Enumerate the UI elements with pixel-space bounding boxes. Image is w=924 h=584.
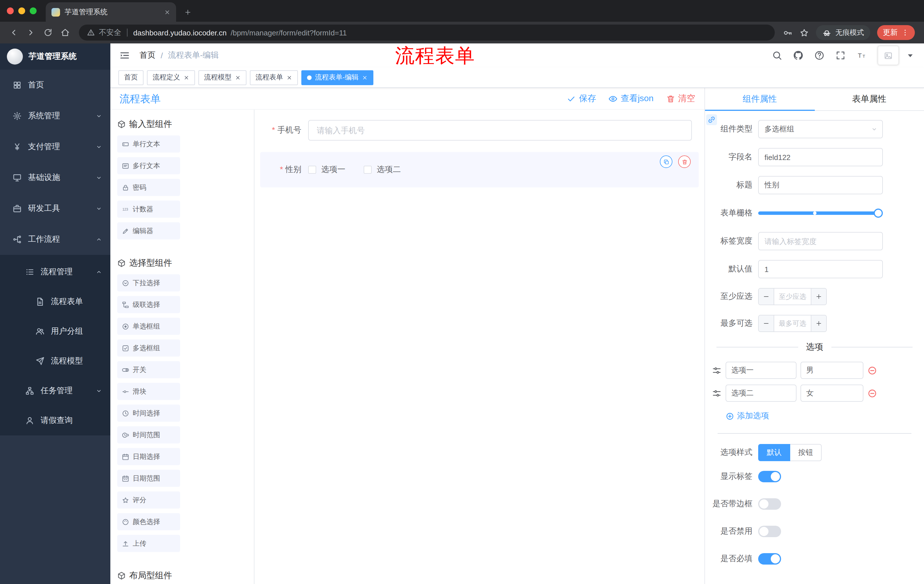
close-icon[interactable] — [235, 74, 241, 80]
palette-item-select[interactable]: 下拉选择 — [117, 274, 180, 291]
security-warning-icon[interactable] — [87, 29, 95, 36]
browser-menu-icon[interactable] — [901, 29, 909, 36]
sidebar-item-payment[interactable]: 支付管理 — [0, 132, 111, 162]
palette-item-upload[interactable]: 上传 — [117, 535, 180, 552]
palette-item-date-range[interactable]: 日期范围 — [117, 470, 180, 487]
canvas-field-gender[interactable]: 性别 选项一 选项二 — [260, 152, 699, 188]
palette-item-time-picker[interactable]: 时间选择 — [117, 405, 180, 422]
palette-item-counter[interactable]: 计数器 — [117, 201, 180, 218]
sidebar-item-process-form[interactable]: 流程表单 — [0, 287, 111, 317]
drag-handle-icon[interactable] — [712, 388, 722, 398]
required-switch[interactable] — [758, 553, 781, 564]
minimize-window-button[interactable] — [18, 7, 25, 14]
sidebar-item-devtools[interactable]: 研发工具 — [0, 193, 111, 224]
close-icon[interactable] — [362, 74, 368, 80]
palette-item-color-picker[interactable]: 颜色选择 — [117, 513, 180, 530]
default-value-input[interactable] — [758, 260, 883, 278]
new-tab-button[interactable] — [180, 4, 196, 20]
caret-down-icon[interactable] — [905, 50, 916, 61]
option-label-input[interactable] — [726, 385, 797, 402]
decrease-button[interactable] — [759, 316, 774, 331]
sidebar-item-workflow[interactable]: 工作流程 — [0, 224, 111, 255]
remove-option-icon[interactable] — [867, 365, 877, 375]
close-icon[interactable] — [287, 74, 292, 80]
option-value-input[interactable] — [800, 362, 863, 379]
palette-item-switch[interactable]: 开关 — [117, 361, 180, 378]
palette-item-checkbox-group[interactable]: 多选框组 — [117, 339, 180, 357]
sidebar-item-user-group[interactable]: 用户分组 — [0, 317, 111, 346]
tab-form-props[interactable]: 表单属性 — [815, 88, 924, 110]
view-json-button[interactable]: 查看json — [609, 93, 653, 104]
remove-option-icon[interactable] — [867, 388, 877, 398]
palette-item-date-picker[interactable]: 日期选择 — [117, 448, 180, 465]
fullscreen-icon[interactable] — [835, 50, 846, 61]
password-key-icon[interactable] — [783, 28, 792, 38]
slider-handle[interactable] — [874, 209, 883, 218]
option-value-input[interactable] — [800, 385, 863, 402]
show-label-switch[interactable] — [758, 470, 781, 482]
slider-track[interactable] — [758, 211, 878, 215]
breadcrumb-home[interactable]: 首页 — [140, 50, 155, 61]
sidebar-item-process-management[interactable]: 流程管理 — [0, 257, 111, 287]
address-bar[interactable]: 不安全 dashboard.yudao.iocoder.cn/bpm/manag… — [79, 25, 775, 41]
option-label-input[interactable] — [726, 362, 797, 379]
close-icon[interactable] — [183, 74, 189, 80]
search-icon[interactable] — [772, 50, 782, 61]
title-input[interactable] — [758, 176, 883, 194]
palette-item-single-text[interactable]: 单行文本 — [117, 135, 180, 153]
update-button[interactable]: 更新 — [877, 25, 915, 40]
help-icon[interactable] — [814, 50, 825, 61]
drag-handle-icon[interactable] — [712, 365, 722, 375]
tag-process-model[interactable]: 流程模型 — [198, 70, 246, 85]
max-select-input[interactable] — [774, 316, 811, 331]
sidebar-item-infrastructure[interactable]: 基础设施 — [0, 162, 111, 193]
min-select-input[interactable] — [774, 289, 811, 304]
sidebar-item-process-model[interactable]: 流程模型 — [0, 346, 111, 376]
disabled-switch[interactable] — [758, 525, 781, 537]
tag-process-form[interactable]: 流程表单 — [250, 70, 298, 85]
label-width-input[interactable] — [758, 232, 883, 250]
palette-item-editor[interactable]: 编辑器 — [117, 222, 180, 239]
palette-item-radio-group[interactable]: 单选框组 — [117, 318, 180, 335]
close-window-button[interactable] — [7, 7, 14, 14]
link-icon[interactable] — [706, 114, 717, 125]
gender-option-1-checkbox[interactable]: 选项一 — [308, 165, 345, 175]
increase-button[interactable] — [811, 316, 826, 331]
font-size-icon[interactable] — [856, 50, 867, 61]
increase-button[interactable] — [811, 289, 826, 304]
tag-home[interactable]: 首页 — [118, 70, 144, 85]
palette-item-rate[interactable]: 评分 — [117, 492, 180, 508]
form-grid-slider[interactable] — [758, 204, 883, 222]
hamburger-icon[interactable] — [119, 50, 130, 61]
decrease-button[interactable] — [759, 289, 774, 304]
gender-option-2-checkbox[interactable]: 选项二 — [364, 165, 401, 175]
palette-item-time-range[interactable]: 时间范围 — [117, 426, 180, 443]
maximize-window-button[interactable] — [30, 7, 36, 14]
close-tab-icon[interactable] — [164, 9, 170, 15]
style-default-button[interactable]: 默认 — [758, 444, 790, 461]
tag-process-definition[interactable]: 流程定义 — [147, 70, 195, 85]
browser-tab[interactable]: 芋道管理系统 — [46, 2, 176, 22]
github-icon[interactable] — [793, 50, 804, 61]
home-button[interactable] — [57, 25, 73, 41]
app-logo[interactable]: 芋道管理系统 — [0, 43, 111, 70]
component-type-select[interactable]: 多选框组 — [758, 120, 883, 138]
forward-button[interactable] — [23, 25, 39, 41]
tag-process-form-edit[interactable]: 流程表单-编辑 — [301, 70, 373, 85]
with-border-switch[interactable] — [758, 498, 781, 510]
avatar[interactable] — [878, 46, 899, 65]
back-button[interactable] — [6, 25, 22, 41]
style-button-button[interactable]: 按钮 — [790, 444, 822, 461]
copy-field-button[interactable] — [660, 155, 672, 168]
palette-item-multi-text[interactable]: 多行文本 — [117, 157, 180, 174]
tab-component-props[interactable]: 组件属性 — [705, 88, 815, 110]
clear-button[interactable]: 清空 — [666, 93, 695, 104]
sidebar-item-system[interactable]: 系统管理 — [0, 100, 111, 132]
sidebar-item-task-management[interactable]: 任务管理 — [0, 376, 111, 406]
palette-item-cascader[interactable]: 级联选择 — [117, 296, 180, 313]
palette-item-slider[interactable]: 滑块 — [117, 383, 180, 400]
bookmark-star-icon[interactable] — [799, 28, 809, 38]
sidebar-item-home[interactable]: 首页 — [0, 70, 111, 100]
refresh-button[interactable] — [40, 25, 56, 41]
canvas-field-phone[interactable]: 手机号 — [260, 114, 699, 146]
